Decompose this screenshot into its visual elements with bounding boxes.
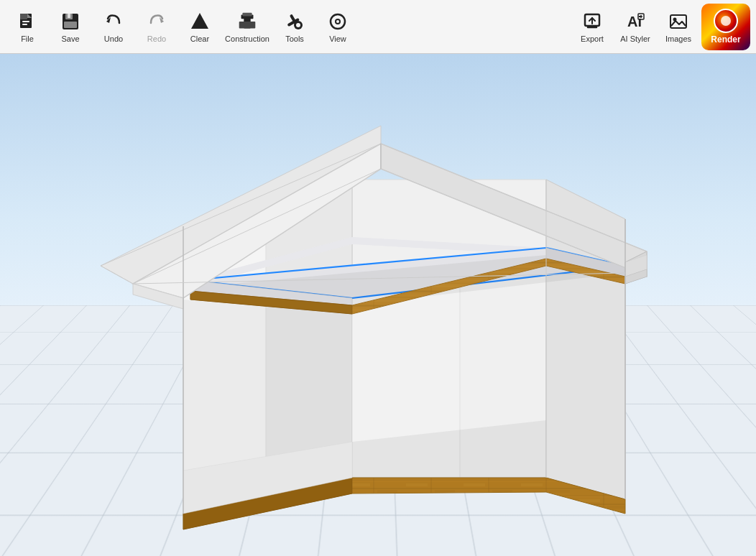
file-icon <box>16 10 39 33</box>
svg-marker-10 <box>191 13 208 29</box>
redo-label: Redo <box>147 34 166 43</box>
clear-icon <box>188 10 211 33</box>
ai-styler-icon: Ai <box>624 10 647 33</box>
house-model <box>0 54 756 556</box>
svg-rect-1 <box>20 14 27 19</box>
redo-icon <box>145 10 168 33</box>
construction-button[interactable]: Construction <box>221 4 273 50</box>
save-label: Save <box>61 34 79 43</box>
view-button[interactable]: View <box>316 4 359 50</box>
render-icon <box>714 9 738 33</box>
save-button[interactable]: Save <box>49 4 92 50</box>
images-button[interactable]: Images <box>657 4 700 50</box>
construction-label: Construction <box>225 34 269 43</box>
tools-button[interactable]: Tools <box>273 4 316 50</box>
export-label: Export <box>581 34 604 43</box>
svg-rect-2 <box>22 21 29 22</box>
tools-icon <box>283 10 306 33</box>
clear-label: Clear <box>190 34 209 43</box>
undo-icon <box>102 10 125 33</box>
ai-styler-button[interactable]: Ai AI Styler <box>614 4 657 50</box>
images-label: Images <box>665 34 691 43</box>
file-button[interactable]: File <box>6 4 49 50</box>
tools-label: Tools <box>285 34 304 43</box>
toolbar: File Save Undo Redo <box>0 0 756 54</box>
clear-button[interactable]: Clear <box>178 4 221 50</box>
save-icon <box>59 10 82 33</box>
render-button[interactable]: Render <box>701 4 750 50</box>
render-label: Render <box>711 34 740 45</box>
svg-rect-7 <box>64 22 77 28</box>
images-icon <box>667 10 690 33</box>
undo-label: Undo <box>104 34 123 43</box>
svg-point-18 <box>296 23 300 27</box>
svg-rect-14 <box>242 13 252 17</box>
file-label: File <box>21 34 34 43</box>
svg-rect-6 <box>68 14 70 18</box>
svg-marker-72 <box>183 300 352 514</box>
construction-icon <box>236 10 259 33</box>
redo-button[interactable]: Redo <box>135 4 178 50</box>
view-icon <box>326 10 349 33</box>
view-label: View <box>329 34 346 43</box>
ai-styler-label: AI Styler <box>620 34 650 43</box>
undo-button[interactable]: Undo <box>92 4 135 50</box>
svg-point-21 <box>336 20 339 23</box>
export-icon <box>581 10 604 33</box>
export-button[interactable]: Export <box>571 4 614 50</box>
canvas-area[interactable] <box>0 54 756 556</box>
svg-rect-29 <box>670 15 686 28</box>
svg-rect-12 <box>239 22 256 28</box>
svg-rect-3 <box>22 24 27 25</box>
